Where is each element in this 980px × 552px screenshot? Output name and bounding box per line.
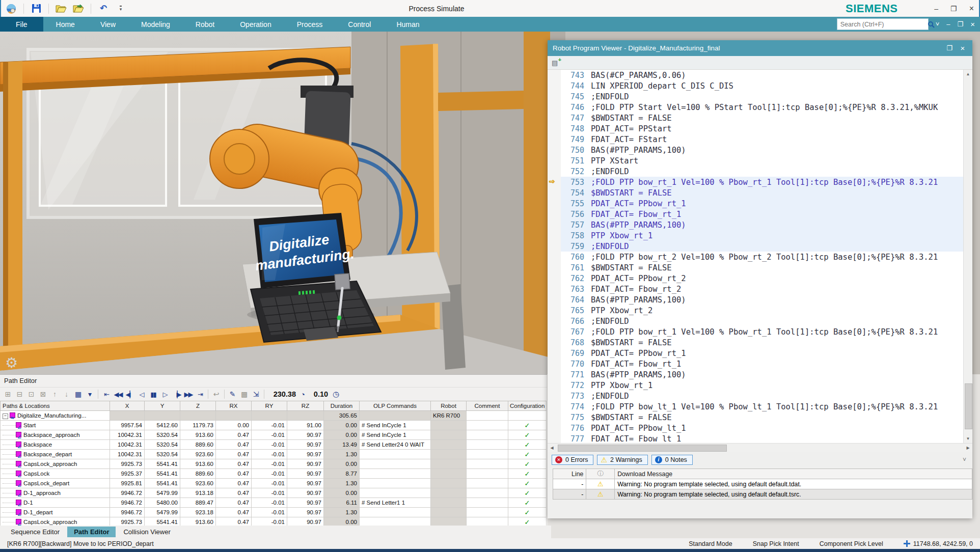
skip-to-operation-button[interactable]: ⇲ <box>251 389 261 399</box>
path-col-comment[interactable]: Comment <box>467 401 508 411</box>
path-location-row[interactable]: D-1_approach9946.725479.99913.180.47-0.0… <box>1 488 547 498</box>
toolbar-options-icon[interactable]: ▾ <box>115 3 127 15</box>
code-line[interactable]: 763FDAT_ACT= Fbow_rt_2 <box>548 284 964 294</box>
error-filter-button[interactable]: ✕0 Errors <box>552 455 593 465</box>
window-minimize-button[interactable]: – <box>934 5 938 13</box>
previous-location-button[interactable]: ◀▏ <box>124 389 135 399</box>
ribbon-close-button[interactable]: × <box>970 20 975 29</box>
path-col-paths-locations[interactable]: Paths & Locations <box>1 401 110 411</box>
rpv-close-button[interactable]: × <box>957 44 968 52</box>
add-location-button[interactable]: ⊞ <box>3 389 13 399</box>
tab-sequence-editor[interactable]: Sequence Editor <box>4 527 66 537</box>
warning-filter-button[interactable]: ⚠2 Warnings <box>597 455 647 465</box>
path-col-configuration[interactable]: Configuration <box>508 401 547 411</box>
jump-to-end-button[interactable]: ⇥ <box>195 389 205 399</box>
code-line[interactable]: 774;FOLD PTP bow_lt_1 Vel=100 % Pbow_lt_… <box>548 401 964 412</box>
pause-button[interactable]: ▮▮ <box>148 389 158 399</box>
save-icon[interactable] <box>30 3 42 15</box>
scroll-down-icon[interactable]: ▼ <box>964 434 972 443</box>
hscroll-thumb[interactable] <box>558 445 727 452</box>
code-line[interactable]: 757BAS(#PTP_PARAMS,100) <box>548 219 964 230</box>
code-line[interactable]: 762PDAT_ACT= PPbow_rt_2 <box>548 273 964 284</box>
ribbon-tab-operation[interactable]: Operation <box>227 17 284 32</box>
columns-dropdown[interactable]: ▾ <box>85 389 95 399</box>
path-location-row[interactable]: CapsLock9925.375541.41889.600.47-0.0190.… <box>1 469 547 479</box>
jump-to-start-button[interactable]: ⇤ <box>101 389 112 399</box>
move-down-button[interactable]: ↓ <box>61 389 72 399</box>
code-line[interactable]: 761$BWDSTART = FALSE <box>548 262 964 273</box>
path-location-row[interactable]: Backspace_approach10042.315320.54913.600… <box>1 430 547 440</box>
backward-play-button[interactable]: ↩ <box>211 389 222 399</box>
path-location-row[interactable]: D-19946.725480.00889.470.47-0.0190.976.1… <box>1 498 547 508</box>
edit-simulation-button[interactable]: ✎ <box>227 389 238 399</box>
window-close-button[interactable]: × <box>969 4 974 13</box>
customize-columns-button[interactable]: ▦ <box>73 389 84 399</box>
ribbon-tab-view[interactable]: View <box>88 17 128 32</box>
play-backward-button[interactable]: ◁ <box>136 389 147 399</box>
ribbon-tab-process[interactable]: Process <box>284 17 336 32</box>
new-program-icon[interactable]: ▤+ <box>552 59 558 67</box>
interference-check-button[interactable]: ▩ <box>239 389 250 399</box>
path-col-rz[interactable]: RZ <box>287 401 324 411</box>
scroll-left-icon[interactable]: ◀ <box>548 444 556 452</box>
code-line[interactable]: 766;ENDFOLD <box>548 316 964 326</box>
code-line[interactable]: 767;FOLD PTP bow_rt_1 Vel=100 % Pbow_rt_… <box>548 326 964 337</box>
path-location-row[interactable]: D-1_depart9946.725479.99923.180.47-0.019… <box>1 508 547 517</box>
code-line[interactable]: ⇨753;FOLD PTP bow_rt_1 Vel=100 % Pbow_rt… <box>548 177 964 187</box>
code-line[interactable]: 745;ENDFOLD <box>548 91 964 102</box>
code-line[interactable]: 744LIN XPERIOD_depart C_DIS C_DIS <box>548 80 964 91</box>
code-line[interactable]: 749FDAT_ACT= FStart <box>548 134 964 145</box>
note-filter-button[interactable]: i0 Notes <box>651 455 693 465</box>
remove-location-button[interactable]: ⊟ <box>14 389 25 399</box>
path-col-y[interactable]: Y <box>145 401 180 411</box>
ribbon-tab-robot[interactable]: Robot <box>183 17 227 32</box>
code-line[interactable]: 743BAS(#CP_PARAMS,0.06) <box>548 70 964 80</box>
scroll-right-icon[interactable]: ▶ <box>964 444 972 452</box>
scroll-up-icon[interactable]: ▲ <box>964 70 972 78</box>
message-row[interactable]: -⚠Warning: No program template selected,… <box>553 479 972 489</box>
paste-location-button[interactable]: ⊠ <box>38 389 48 399</box>
code-line[interactable]: 756FDAT_ACT= Fbow_rt_1 <box>548 209 964 219</box>
code-line[interactable]: 746;FOLD PTP Start Vel=100 % PStart Tool… <box>548 102 964 113</box>
tab-collision-viewer[interactable]: Collision Viewer <box>117 527 177 537</box>
code-line[interactable]: 772PTP Xbow_rt_1 <box>548 380 964 391</box>
ribbon-collapse-icon[interactable]: ˅ <box>936 20 940 28</box>
path-col-robot[interactable]: Robot <box>431 401 467 411</box>
code-line[interactable]: 754$BWDSTART = FALSE <box>548 187 964 198</box>
open-study-icon[interactable] <box>55 3 67 15</box>
message-row[interactable]: -⚠Warning: No program template selected,… <box>553 489 972 500</box>
ribbon-tab-control[interactable]: Control <box>335 17 384 32</box>
viewport-settings-gear-icon[interactable]: ⚙ <box>5 354 18 371</box>
code-line[interactable]: 759;ENDFOLD <box>548 241 964 252</box>
ribbon-restore-button[interactable]: ❐ <box>958 20 964 28</box>
clock-icon[interactable]: ◷ <box>333 390 339 399</box>
path-location-row[interactable]: CapsLock_depart9925.815541.41923.600.47-… <box>1 479 547 488</box>
code-line[interactable]: 771BAS(#PTP_PARAMS,100) <box>548 369 964 380</box>
code-line[interactable]: 764BAS(#PTP_PARAMS,100) <box>548 294 964 305</box>
stopwatch-icon[interactable]: ◔ <box>301 390 305 399</box>
code-horizontal-scrollbar[interactable]: ◀ ▶ <box>548 443 972 452</box>
window-restore-button[interactable]: ❐ <box>950 5 957 13</box>
play-forward-button[interactable]: ▷ <box>159 389 170 399</box>
code-line[interactable]: 752;ENDFOLD <box>548 166 964 177</box>
rpv-header[interactable]: Robot Program Viewer - Digitalize_Manufa… <box>548 40 972 56</box>
ribbon-tab-home[interactable]: Home <box>43 17 88 32</box>
copy-location-button[interactable]: ⊡ <box>26 389 37 399</box>
move-up-button[interactable]: ↑ <box>49 389 60 399</box>
path-col-z[interactable]: Z <box>180 401 216 411</box>
code-line[interactable]: 770FDAT_ACT= Fbow_rt_1 <box>548 358 964 369</box>
path-col-rx[interactable]: RX <box>216 401 252 411</box>
code-line[interactable]: 750BAS(#PTP_PARAMS,100) <box>548 145 964 155</box>
path-location-row[interactable]: Backspace10042.315320.54889.600.47-0.019… <box>1 440 547 450</box>
path-col-ry[interactable]: RY <box>252 401 287 411</box>
rpv-restore-button[interactable]: ❐ <box>944 44 955 52</box>
ribbon-tab-human[interactable]: Human <box>384 17 432 32</box>
code-line[interactable]: 758PTP Xbow_rt_1 <box>548 230 964 241</box>
code-line[interactable]: 777FDAT_ACT= Fbow_lt_1 <box>548 433 964 443</box>
code-line[interactable]: 775$BWDSTART = FALSE <box>548 412 964 423</box>
path-col-duration[interactable]: Duration <box>324 401 360 411</box>
search-icon[interactable] <box>925 21 937 28</box>
path-root-row[interactable]: −Digitalize_Manufacturing...305.65KR6 R7… <box>1 411 547 421</box>
path-location-row[interactable]: Start9957.545412.601179.730.00-0.0191.00… <box>1 421 547 430</box>
path-location-row[interactable]: Backspace_depart10042.315320.54923.600.4… <box>1 450 547 459</box>
